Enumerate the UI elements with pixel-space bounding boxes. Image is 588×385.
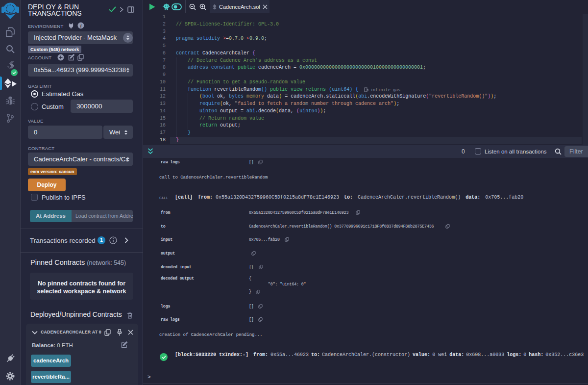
- svg-text:i: i: [80, 24, 82, 28]
